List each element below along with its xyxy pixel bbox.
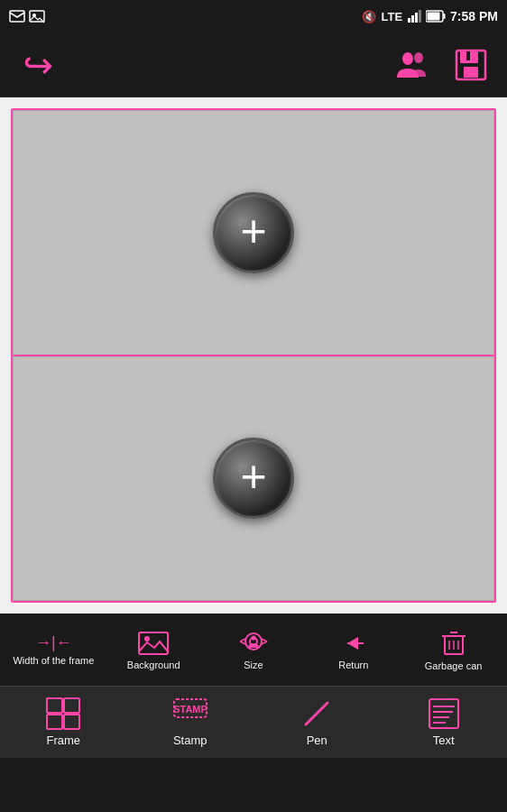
size-icon	[238, 630, 269, 657]
status-bar: 🔇 LTE 7:58 PM	[0, 0, 507, 32]
pen-icon	[300, 697, 333, 730]
image-icon	[29, 9, 45, 23]
size-label: Size	[244, 660, 263, 670]
person-icon	[395, 47, 431, 83]
undo-icon: ↩	[23, 47, 53, 83]
stamp-icon: STAMP	[172, 697, 208, 730]
svg-rect-3	[408, 18, 410, 23]
lte-label: LTE	[381, 10, 402, 23]
time-display: 7:58 PM	[450, 9, 498, 23]
save-icon	[455, 49, 487, 81]
svg-line-33	[306, 703, 327, 724]
background-icon	[138, 630, 169, 657]
svg-rect-0	[10, 11, 24, 22]
frame-tab[interactable]: Frame	[0, 687, 127, 758]
frame-label: Frame	[46, 734, 80, 747]
plus-icon-1: +	[240, 208, 266, 254]
stamp-tab[interactable]: STAMP Stamp	[127, 687, 254, 758]
save-button[interactable]	[449, 43, 493, 87]
trash-icon	[440, 629, 467, 658]
background-tool[interactable]: Background	[104, 614, 204, 686]
status-right: 🔇 LTE 7:58 PM	[362, 9, 498, 23]
add-photo-1-button[interactable]: +	[213, 192, 294, 273]
width-label: Width of the frame	[13, 655, 94, 666]
add-photo-2-button[interactable]: +	[213, 438, 294, 519]
svg-rect-16	[139, 632, 168, 654]
svg-rect-30	[64, 715, 79, 729]
top-toolbar: ↩	[0, 32, 507, 97]
return-icon	[338, 630, 369, 657]
frame-icon	[46, 697, 80, 730]
garbage-label: Garbage can	[425, 660, 483, 671]
svg-rect-34	[429, 699, 458, 728]
svg-point-17	[144, 636, 150, 641]
pen-tab[interactable]: Pen	[254, 687, 381, 758]
bottom-toolbar-2: Frame STAMP Stamp Pen Text	[0, 686, 507, 758]
bottom-toolbar-1: →|← Width of the frame Background Size	[0, 614, 507, 686]
svg-rect-28	[64, 698, 79, 713]
svg-rect-5	[415, 13, 418, 23]
garbage-tool[interactable]: Garbage can	[403, 614, 503, 686]
pen-label: Pen	[307, 734, 327, 747]
size-tool[interactable]: Size	[204, 614, 304, 686]
notification-icon	[9, 9, 25, 23]
svg-rect-6	[419, 10, 421, 23]
svg-text:STAMP: STAMP	[173, 704, 207, 715]
canvas-wrapper: + +	[11, 108, 496, 603]
svg-rect-9	[428, 13, 440, 21]
signal-icon	[407, 9, 421, 23]
text-icon	[428, 697, 460, 730]
person-button[interactable]	[392, 43, 435, 87]
status-left	[9, 9, 45, 23]
width-icon: →|←	[35, 633, 72, 652]
svg-rect-29	[47, 715, 62, 729]
photo-slot-2[interactable]: +	[13, 356, 494, 602]
width-tool[interactable]: →|← Width of the frame	[4, 614, 104, 686]
undo-button[interactable]: ↩	[14, 42, 61, 88]
stamp-label: Stamp	[173, 734, 207, 747]
return-label: Return	[338, 660, 368, 670]
svg-rect-8	[444, 14, 446, 19]
photo-slot-1[interactable]: +	[13, 110, 494, 356]
text-tab[interactable]: Text	[381, 687, 508, 758]
mute-icon: 🔇	[362, 10, 376, 23]
background-label: Background	[127, 660, 180, 670]
svg-point-20	[251, 635, 255, 640]
main-canvas: + +	[0, 97, 507, 614]
svg-rect-15	[466, 51, 470, 60]
battery-icon	[426, 10, 446, 23]
svg-rect-4	[411, 15, 414, 23]
return-tool[interactable]: Return	[303, 614, 403, 686]
plus-icon-2: +	[240, 454, 266, 499]
svg-rect-14	[464, 67, 478, 78]
svg-point-11	[414, 52, 423, 63]
text-label: Text	[433, 734, 455, 747]
svg-point-10	[402, 52, 413, 65]
svg-rect-27	[47, 698, 62, 713]
